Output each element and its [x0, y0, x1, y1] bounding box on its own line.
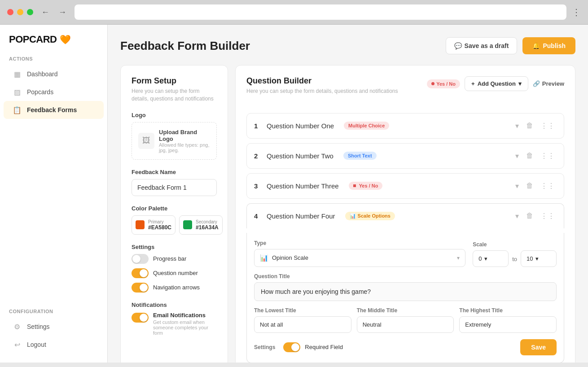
collapse-button-4[interactable]: ▾	[513, 210, 521, 222]
add-question-button[interactable]: + Add Question ▾	[465, 76, 528, 91]
feedback-forms-icon: 📋	[13, 105, 22, 114]
primary-color-info: Primary #EA580C	[148, 219, 171, 231]
delete-button-1[interactable]: 🗑	[524, 120, 535, 131]
sidebar-item-label: Popcards	[27, 88, 53, 96]
secondary-color-swatch[interactable]: Secondary #16A34A	[179, 215, 223, 235]
minimize-button[interactable]	[17, 9, 23, 15]
scale-to-select[interactable]: 10 ▾	[521, 250, 557, 267]
feedback-name-input[interactable]	[132, 179, 217, 196]
sidebar-item-logout[interactable]: ↩ Logout	[4, 336, 104, 354]
qb-header: Question Builder Here you can setup the …	[246, 76, 564, 104]
collapse-button-1[interactable]: ▾	[513, 120, 521, 132]
qb-title: Question Builder	[246, 76, 398, 86]
type-select-icon: 📊	[260, 254, 268, 262]
drag-button-2[interactable]: ⋮⋮	[539, 150, 557, 162]
question-row-4[interactable]: 4 Question Number Four 📊 Scale Options ▾…	[246, 203, 564, 228]
type-select-value: Opinion Scale	[272, 254, 453, 261]
browser-chrome: ← → ⋮	[0, 0, 588, 25]
qb-subtitle: Here you can setup the form details, que…	[246, 87, 398, 95]
browser-menu-button[interactable]: ⋮	[572, 7, 581, 17]
navigation-arrows-toggle[interactable]	[132, 283, 149, 293]
question-num-2: 2	[254, 152, 261, 160]
required-field-toggle[interactable]	[283, 342, 300, 352]
upload-hint: Allowed file types: png, jpg, jpeg.	[159, 142, 210, 153]
secondary-color-info: Secondary #16A34A	[196, 219, 219, 231]
toggle-thumb	[132, 255, 140, 263]
delete-button-4[interactable]: 🗑	[524, 210, 535, 222]
back-button[interactable]: ←	[39, 5, 52, 19]
type-field-group: Type 📊 Opinion Scale ▾	[254, 240, 465, 267]
toggle-thumb	[140, 284, 148, 292]
question-actions-4: ▾ 🗑 ⋮⋮	[513, 210, 557, 222]
logo: POPCARD 🧡	[0, 34, 107, 56]
highest-title-input[interactable]	[459, 316, 557, 333]
question-title-3: Question Number Three	[267, 182, 339, 190]
primary-value: #EA580C	[148, 224, 171, 231]
question-badge-2: Short Text	[343, 152, 377, 160]
publish-button[interactable]: 🔔 Publish	[522, 37, 575, 54]
sidebar-item-label: Dashboard	[27, 70, 58, 78]
panels: Form Setup Here you can setup the form d…	[120, 65, 575, 363]
yes-no-badge: Yes / No	[427, 79, 460, 88]
question-builder-panel: Question Builder Here you can setup the …	[235, 65, 575, 363]
draft-icon: 💬	[454, 42, 462, 49]
drag-button-4[interactable]: ⋮⋮	[539, 210, 557, 222]
close-button[interactable]	[7, 9, 13, 15]
collapse-button-3[interactable]: ▾	[513, 180, 521, 192]
upload-text-group: Upload Brand Logo Allowed file types: pn…	[159, 129, 210, 153]
save-draft-button[interactable]: 💬 Save as a draft	[446, 37, 518, 54]
question-left-4: 4 Question Number Four 📊 Scale Options	[254, 212, 395, 220]
type-select[interactable]: 📊 Opinion Scale ▾	[254, 249, 465, 267]
question-left-3: 3 Question Number Three Yes / No	[254, 182, 382, 190]
email-notifications-hint: Get custom email when someone completes …	[153, 319, 217, 336]
page-title: Feedback Form Builder	[120, 39, 250, 53]
color-palette-label: Color Palette	[132, 205, 217, 212]
collapse-button-2[interactable]: ▾	[513, 150, 521, 162]
scale-to-arrow: ▾	[535, 255, 539, 262]
sidebar-item-settings[interactable]: ⚙ Settings	[4, 318, 104, 336]
delete-button-3[interactable]: 🗑	[524, 180, 535, 192]
maximize-button[interactable]	[27, 9, 33, 15]
forward-button[interactable]: →	[56, 5, 69, 19]
drag-button-3[interactable]: ⋮⋮	[539, 180, 557, 192]
sidebar-item-dashboard[interactable]: ▦ Dashboard	[4, 65, 104, 83]
feedback-name-label: Feedback Name	[132, 169, 217, 175]
save-button[interactable]: Save	[520, 339, 557, 355]
sidebar-item-popcards[interactable]: ▨ Popcards	[4, 83, 104, 101]
question-number-label: Question number	[153, 270, 198, 276]
email-notifications-toggle[interactable]	[132, 313, 149, 323]
middle-title-input[interactable]	[357, 316, 454, 333]
question-actions-3: ▾ 🗑 ⋮⋮	[513, 180, 557, 192]
header-actions: 💬 Save as a draft 🔔 Publish	[446, 37, 575, 54]
type-select-arrow: ▾	[457, 255, 460, 261]
question-title-input[interactable]	[254, 282, 557, 301]
upload-logo-area[interactable]: 🖼 Upload Brand Logo Allowed file types: …	[132, 122, 217, 160]
primary-color-swatch[interactable]: Primary #EA580C	[132, 215, 176, 235]
scale-from-select[interactable]: 0 ▾	[473, 250, 509, 267]
address-bar[interactable]	[75, 4, 566, 20]
type-label: Type	[254, 240, 465, 246]
question-row-2[interactable]: 2 Question Number Two Short Text ▾ 🗑 ⋮⋮	[246, 143, 564, 169]
form-setup-subtitle: Here you can setup the form details, que…	[132, 87, 217, 103]
color-palette: Primary #EA580C Secondary #16A34A	[132, 215, 217, 235]
settings-section: Settings Progress bar Question number	[132, 244, 217, 293]
delete-button-2[interactable]: 🗑	[524, 150, 535, 162]
question-badge-4: 📊 Scale Options	[345, 212, 395, 220]
question-title-label: Question Title	[254, 273, 557, 280]
question-row-3[interactable]: 3 Question Number Three Yes / No ▾ 🗑 ⋮⋮	[246, 173, 564, 199]
settings-label: Settings	[132, 244, 217, 250]
sidebar-item-label: Logout	[27, 341, 46, 348]
preview-button[interactable]: 🔗 Preview	[533, 80, 564, 87]
question-row-1[interactable]: 1 Question Number One Multiple Choice ▾ …	[246, 113, 564, 139]
scale-to-value: 10	[527, 255, 533, 262]
question-badge-3: Yes / No	[349, 182, 383, 190]
progress-bar-toggle[interactable]	[132, 254, 149, 264]
sidebar-item-feedback-forms[interactable]: 📋 Feedback Forms	[4, 101, 104, 119]
dashboard-icon: ▦	[13, 70, 22, 79]
logout-icon: ↩	[13, 340, 22, 349]
question-number-toggle[interactable]	[132, 268, 149, 278]
middle-title-group: The Middle Title	[357, 307, 454, 333]
lowest-title-input[interactable]	[254, 316, 351, 333]
upload-label: Upload Brand Logo	[159, 129, 210, 142]
drag-button-1[interactable]: ⋮⋮	[539, 120, 557, 132]
